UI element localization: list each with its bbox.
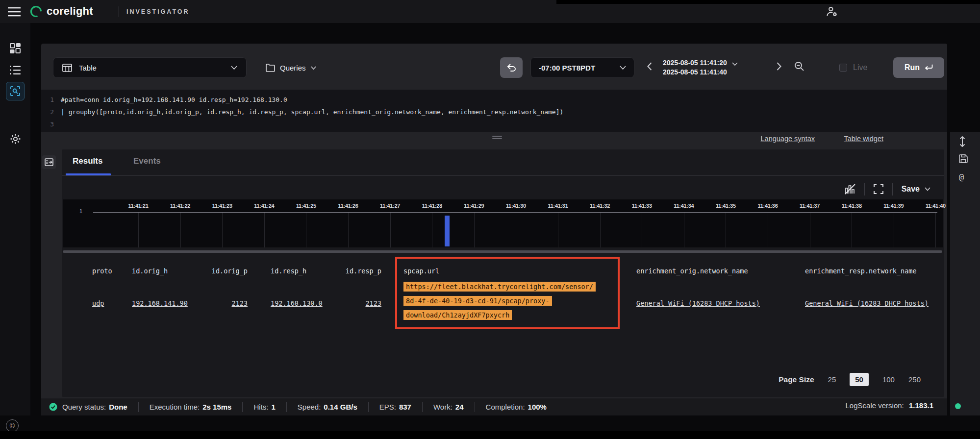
live-checkbox[interactable] <box>839 64 847 72</box>
view-selector-label: Table <box>79 64 97 72</box>
timeline-bar[interactable] <box>445 216 450 246</box>
app-root: corelight INVESTIGATOR <box>0 0 980 439</box>
line-number: 3 <box>41 121 54 128</box>
cell-id-resp-h[interactable]: 192.168.130.0 <box>271 299 323 307</box>
live-toggle[interactable]: Live <box>839 57 867 78</box>
cell-spcap-url[interactable]: https://fleet.blackhat.trycorelight.com/… <box>403 282 614 324</box>
queries-menu[interactable]: Queries <box>266 57 316 78</box>
list-icon[interactable] <box>8 63 22 77</box>
status-item-label: Speed: <box>298 403 321 411</box>
toolbar-divider <box>892 183 893 195</box>
status-item: EPS:837 <box>379 403 411 411</box>
view-selector[interactable]: Table <box>53 57 247 78</box>
query-line-2: | groupby([proto,id.orig_h,id.orig_p, id… <box>61 108 563 116</box>
column-header-id-resp-h[interactable]: id.resp_h <box>271 267 306 277</box>
investigate-icon-active[interactable] <box>6 82 25 100</box>
status-separator <box>286 402 287 412</box>
timeline-tick-label: 11:41:30 <box>499 203 533 209</box>
timezone-value: -07:00 PST8PDT <box>539 64 595 72</box>
timeline-tick-label: 11:41:22 <box>163 203 198 209</box>
save-button[interactable]: Save <box>902 185 920 194</box>
chevron-down-icon[interactable] <box>925 187 930 191</box>
time-range-next-button[interactable] <box>777 62 781 71</box>
cell-id-orig-p[interactable]: 2123 <box>203 299 248 307</box>
undo-button[interactable] <box>500 57 523 78</box>
run-label: Run <box>905 63 920 72</box>
hide-histogram-icon[interactable] <box>845 184 855 195</box>
status-item-value: 24 <box>455 403 464 411</box>
timeline-gridline <box>222 213 223 247</box>
run-button[interactable]: Run <box>893 57 944 78</box>
language-syntax-link[interactable]: Language syntax <box>761 135 815 143</box>
page-size-option-100[interactable]: 100 <box>882 375 895 384</box>
column-header-id-orig-p[interactable]: id.orig_p <box>203 267 248 277</box>
cell-id-resp-p[interactable]: 2123 <box>337 299 381 307</box>
dashboard-icon[interactable] <box>8 42 22 55</box>
bottom-black-strip <box>0 431 980 439</box>
timeline-gridline <box>726 213 726 247</box>
timeline-tick-label: 11:41:28 <box>415 203 449 209</box>
editor-line: 3 <box>41 118 61 130</box>
time-range-start: 2025-08-05 11:41:20 <box>663 58 727 68</box>
top-bar: corelight INVESTIGATOR <box>0 0 980 23</box>
save-disk-icon[interactable] <box>959 154 968 163</box>
cell-proto[interactable]: udp <box>92 299 104 307</box>
column-header-enrichment-resp[interactable]: enrichment_resp.network_name <box>805 267 917 277</box>
timeline-chart[interactable]: 1 11:41:2111:41:2211:41:2311:41:2411:41:… <box>63 199 943 247</box>
status-item-label: Hits: <box>253 403 268 411</box>
timeline-tick-label: 11:41:40 <box>918 203 953 209</box>
hamburger-icon[interactable] <box>8 7 21 17</box>
mention-icon[interactable]: @ <box>959 172 964 182</box>
spcap-url-line-2[interactable]: 8d-4f-de-40-19-d3-cd-91/spcap/proxy- <box>403 296 552 306</box>
page-size-option-250[interactable]: 250 <box>908 375 921 384</box>
spcap-url-line-1[interactable]: https://fleet.blackhat.trycorelight.com/… <box>403 282 596 292</box>
table-widget-link[interactable]: Table widget <box>844 135 883 143</box>
column-header-spcap-url[interactable]: spcap.url <box>403 267 439 277</box>
editor-resize-bar[interactable]: Language syntax Table widget <box>41 132 947 149</box>
copyright-icon[interactable]: © <box>6 419 19 432</box>
page-size-option-25[interactable]: 25 <box>828 375 836 384</box>
tab-events[interactable]: Events <box>133 156 161 166</box>
query-editor[interactable]: 1 #path=conn id.orig_h=192.168.141.90 id… <box>41 90 947 132</box>
status-separator <box>422 402 423 412</box>
expand-panel-icon[interactable] <box>42 155 56 169</box>
status-item-label: Query status: <box>62 403 106 411</box>
time-range-selector[interactable]: 2025-08-05 11:41:20 2025-08-05 11:41:40 <box>663 57 766 78</box>
column-header-proto[interactable]: proto <box>92 267 112 277</box>
timezone-selector[interactable]: -07:00 PST8PDT <box>530 57 634 78</box>
status-item-label: Completion: <box>486 403 525 411</box>
timeline-tick-label: 11:41:35 <box>708 203 743 209</box>
chevron-down-icon <box>732 62 738 66</box>
fullscreen-icon[interactable] <box>874 184 883 194</box>
zoom-out-icon[interactable] <box>794 61 804 72</box>
cell-enrichment-orig-network[interactable]: General WiFi (16283 DHCP hosts) <box>636 299 760 307</box>
editor-line: 2 | groupby([proto,id.orig_h,id.orig_p, … <box>41 106 563 118</box>
status-separator <box>368 402 369 412</box>
topbar-black-strip <box>556 0 980 4</box>
drag-grip-icon[interactable] <box>492 136 502 137</box>
page-size-option-50-selected[interactable]: 50 <box>850 373 869 386</box>
column-header-enrichment-orig[interactable]: enrichment_orig.network_name <box>636 267 748 277</box>
user-settings-icon[interactable] <box>826 5 838 18</box>
time-range-prev-button[interactable] <box>647 62 652 71</box>
cell-id-orig-h[interactable]: 192.168.141.90 <box>132 299 188 307</box>
line-number: 2 <box>41 108 54 116</box>
timeline-tick-label: 11:41:29 <box>457 203 491 209</box>
spcap-url-line-3[interactable]: download/Ch1zayjdXF7pxycrh <box>403 310 512 320</box>
horizontal-scrollbar[interactable] <box>63 250 942 253</box>
column-header-id-orig-h[interactable]: id.orig_h <box>132 267 168 277</box>
resize-vertical-icon[interactable] <box>959 136 966 147</box>
timeline-tick-label: 11:41:37 <box>793 203 827 209</box>
timeline-gridline <box>432 213 432 247</box>
column-header-id-resp-p[interactable]: id.resp_p <box>337 267 381 277</box>
cell-enrichment-resp-network[interactable]: General WiFi (16283 DHCP hosts) <box>805 299 929 307</box>
timeline-gridline <box>684 213 684 247</box>
gear-icon[interactable] <box>8 132 22 146</box>
page-size-control: Page Size 25 50 100 250 <box>779 373 921 386</box>
timeline-tick-label: 11:41:23 <box>205 203 239 209</box>
tab-results[interactable]: Results <box>73 156 102 166</box>
version-value: 1.183.1 <box>909 401 933 410</box>
status-item-label: Work: <box>433 403 452 411</box>
main-panel: Table Queries -07:00 PST8PDT <box>41 44 947 415</box>
status-item-label: Execution time: <box>150 403 200 411</box>
